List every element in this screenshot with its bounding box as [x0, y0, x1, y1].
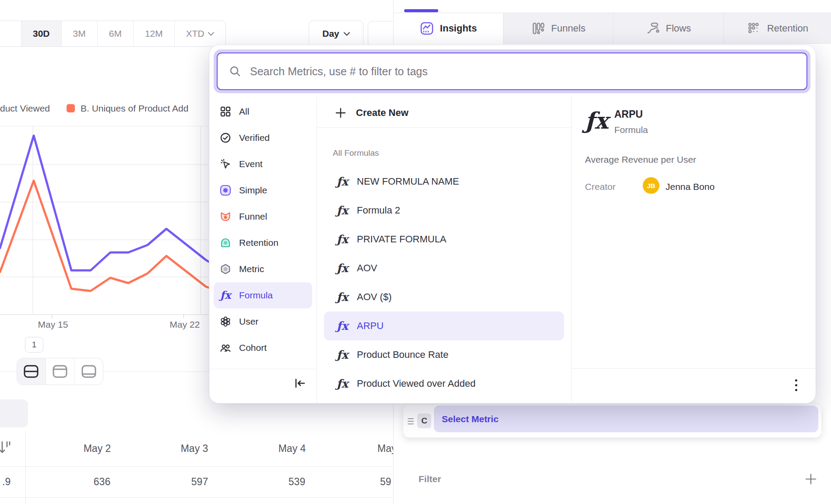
- table-header-partial: May: [377, 443, 393, 455]
- x-axis-tickmark: [183, 315, 184, 318]
- category-sidebar: All Verified Event: [209, 98, 317, 361]
- legend-item-a[interactable]: duct Viewed: [0, 103, 50, 114]
- layout-table-view-button[interactable]: [74, 358, 103, 385]
- range-button-30d[interactable]: 30D: [21, 21, 61, 46]
- tab-flows[interactable]: Flows: [613, 13, 723, 44]
- table-header-may4: May 4: [278, 443, 306, 455]
- table-header-may2: May 2: [84, 443, 111, 455]
- detail-title: ARPU: [614, 108, 643, 120]
- legend-swatch-b: [67, 104, 75, 112]
- formula-fx-icon: ƒx: [335, 205, 350, 216]
- search-focus-ring: [214, 49, 810, 93]
- layout-chart-view-button[interactable]: [46, 358, 74, 385]
- formula-item[interactable]: ƒxProduct Bounce Rate: [317, 340, 571, 369]
- table-cell: 539: [289, 476, 305, 488]
- pagination-page-button[interactable]: 1: [25, 337, 43, 353]
- x-axis-tickmark: [52, 315, 52, 318]
- formula-list: ƒxNEW FORMULA NAME ƒxFormula 2 ƒxPRIVATE…: [317, 167, 571, 398]
- insights-icon: [420, 21, 434, 35]
- active-board-tab-indicator: [404, 9, 438, 12]
- range-button-xtd[interactable]: XTD: [174, 21, 225, 46]
- layout-split-view-button[interactable]: [17, 358, 46, 385]
- table-view-icon: [81, 364, 97, 378]
- event-cursor-icon: [220, 158, 231, 170]
- category-funnel[interactable]: Funnel: [209, 203, 317, 230]
- chevron-down-icon: [344, 32, 350, 36]
- retention-metric-icon: [220, 237, 231, 248]
- category-cohort[interactable]: Cohort: [209, 335, 317, 361]
- tab-insights[interactable]: Insights: [394, 13, 503, 44]
- formula-fx-icon: ƒx: [220, 290, 231, 301]
- split-view-icon: [23, 364, 39, 378]
- metric-picker-modal: All Verified Event: [209, 45, 816, 403]
- metric-position-badge: C: [417, 413, 431, 428]
- collapse-sidebar-icon[interactable]: [293, 377, 306, 390]
- funnels-icon: [531, 21, 545, 35]
- detail-type-label: Formula: [614, 125, 648, 135]
- category-formula[interactable]: ƒx Formula: [214, 282, 312, 308]
- filter-section-label: Filter: [419, 474, 441, 484]
- table-row-divider: [0, 497, 393, 498]
- search-metrics-input[interactable]: [249, 65, 806, 78]
- layout-toggle-group: [17, 358, 103, 385]
- formula-fx-icon: ƒx: [335, 349, 350, 360]
- cohort-people-icon: [220, 342, 231, 354]
- sort-descending-icon[interactable]: [0, 440, 13, 456]
- toolbar-button-partial[interactable]: [368, 21, 393, 47]
- retention-icon: [747, 21, 761, 35]
- granularity-dropdown[interactable]: Day: [309, 21, 363, 47]
- more-options-kebab-icon[interactable]: [792, 378, 800, 392]
- formula-fx-icon-large: ƒx: [585, 107, 608, 134]
- chart-line-series-b: [0, 181, 236, 298]
- verified-badge-icon: [220, 132, 231, 144]
- search-icon: [229, 65, 241, 77]
- drag-handle-icon[interactable]: [408, 416, 414, 425]
- search-box: [217, 52, 807, 90]
- formula-item[interactable]: ƒxNEW FORMULA NAME: [317, 167, 571, 196]
- chart-line-series-a: [0, 136, 236, 279]
- select-metric-button[interactable]: Select Metric: [434, 406, 818, 432]
- formula-fx-icon: ƒx: [335, 378, 350, 389]
- grid-icon: [220, 106, 231, 117]
- category-retention[interactable]: Retention: [209, 230, 317, 256]
- category-all[interactable]: All: [209, 98, 317, 125]
- formula-item[interactable]: ƒxAOV ($): [317, 283, 571, 312]
- category-user[interactable]: User: [209, 308, 317, 335]
- category-event[interactable]: Event: [209, 151, 317, 177]
- formula-item[interactable]: ƒxAOV: [317, 254, 571, 283]
- category-verified[interactable]: Verified: [209, 125, 317, 151]
- plus-icon: [335, 107, 346, 119]
- add-filter-button[interactable]: [804, 472, 817, 486]
- table-frozen-column-divider: [25, 431, 26, 504]
- table-cell-partial: 59: [380, 476, 391, 488]
- tab-funnels[interactable]: Funnels: [503, 13, 613, 44]
- creator-label: Creator: [585, 182, 616, 192]
- formula-fx-icon: ƒx: [335, 176, 350, 187]
- flows-icon: [646, 21, 660, 35]
- range-button-12m[interactable]: 12M: [133, 21, 174, 46]
- range-button-6m[interactable]: 6M: [97, 21, 133, 46]
- category-simple[interactable]: Simple: [209, 177, 317, 203]
- formula-item[interactable]: ƒxPRIVATE FORMULA: [317, 225, 571, 254]
- table-header-divider: [0, 466, 393, 467]
- formula-item[interactable]: ƒxFormula 2: [317, 196, 571, 225]
- metric-hexagon-icon: [220, 263, 231, 275]
- row-chip-partial: [0, 399, 28, 427]
- detail-description: Average Revenue per User: [585, 154, 696, 165]
- date-range-segmented-control: 30D 3M 6M 12M XTD: [0, 21, 226, 47]
- formula-fx-icon: ƒx: [335, 320, 350, 332]
- range-button-partial[interactable]: [0, 21, 21, 46]
- range-button-3m[interactable]: 3M: [61, 21, 97, 46]
- formula-fx-icon: ƒx: [335, 291, 350, 303]
- detail-footer-divider: [571, 368, 816, 369]
- create-new-button[interactable]: Create New: [335, 101, 408, 125]
- formula-item-selected[interactable]: ƒxARPU: [324, 312, 564, 340]
- chevron-down-icon: [208, 32, 214, 36]
- formula-fx-icon: ƒx: [335, 234, 350, 245]
- formula-fx-icon: ƒx: [335, 262, 350, 274]
- legend-item-b[interactable]: B. Uniques of Product Add: [81, 103, 188, 114]
- creator-name: Jenna Bono: [666, 182, 715, 192]
- category-metric[interactable]: Metric: [209, 256, 317, 282]
- formula-item[interactable]: ƒxProduct Viewed over Added: [317, 369, 571, 398]
- tab-retention[interactable]: Retention: [723, 13, 831, 44]
